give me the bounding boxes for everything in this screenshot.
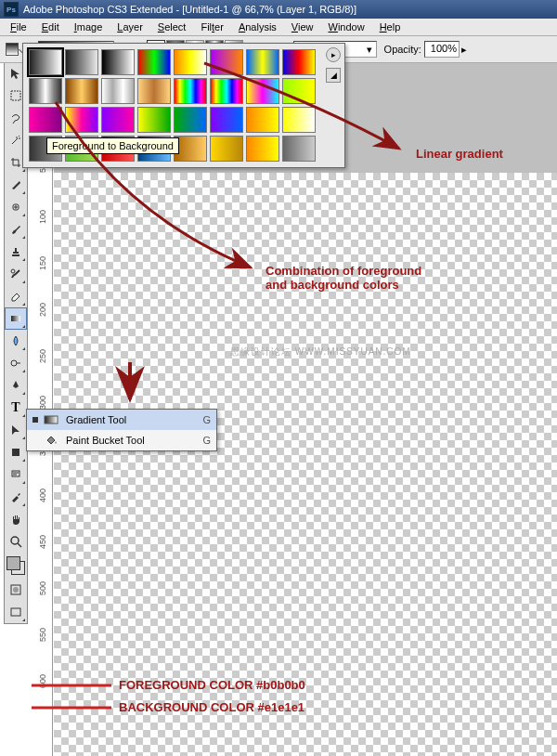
stamp-tool[interactable] bbox=[5, 241, 27, 263]
svg-point-9 bbox=[13, 587, 19, 593]
flyout-shortcut: G bbox=[202, 414, 211, 425]
opacity-arrow-icon[interactable]: ▸ bbox=[461, 44, 467, 56]
flyout-paint-bucket-tool[interactable]: Paint Bucket Tool G bbox=[27, 430, 216, 450]
screenmode-toggle[interactable] bbox=[5, 601, 27, 623]
canvas-transparent-area bbox=[54, 173, 557, 756]
menu-edit[interactable]: Edit bbox=[34, 20, 67, 34]
svg-rect-0 bbox=[11, 91, 20, 100]
ruler-tick: 300 bbox=[38, 396, 47, 410]
gradient-swatch[interactable] bbox=[246, 49, 279, 75]
svg-rect-3 bbox=[11, 316, 20, 321]
watermark: 思缘设计论坛 WWW.MISSYUAN.COM bbox=[230, 345, 411, 358]
gradient-swatch[interactable] bbox=[174, 107, 207, 133]
menu-view[interactable]: View bbox=[284, 20, 321, 34]
gradient-swatch[interactable] bbox=[137, 107, 171, 133]
quickmask-toggle[interactable] bbox=[5, 579, 27, 601]
menu-select[interactable]: Select bbox=[150, 20, 194, 34]
gradient-swatch[interactable] bbox=[282, 78, 316, 104]
pen-tool[interactable] bbox=[5, 374, 27, 397]
menu-window[interactable]: Window bbox=[321, 20, 372, 34]
blur-tool[interactable] bbox=[5, 330, 27, 352]
gradient-swatch[interactable] bbox=[210, 136, 243, 162]
gradient-swatch[interactable] bbox=[101, 78, 135, 104]
svg-point-4 bbox=[11, 360, 17, 366]
gradient-swatch[interactable] bbox=[210, 78, 243, 104]
tool-preset-icon[interactable] bbox=[6, 43, 19, 56]
gradient-swatch[interactable] bbox=[174, 49, 207, 75]
menu-image[interactable]: Image bbox=[67, 20, 110, 34]
gradient-swatch[interactable] bbox=[137, 78, 171, 104]
annotation-bg: BACKGROUND COLOR #e1e1e1 bbox=[119, 700, 304, 714]
gradient-tool-icon bbox=[44, 412, 58, 427]
hand-tool[interactable] bbox=[5, 508, 27, 530]
dodge-tool[interactable] bbox=[5, 352, 27, 374]
menu-file[interactable]: File bbox=[3, 20, 34, 34]
gradient-swatch[interactable] bbox=[246, 78, 279, 104]
ruler-tick: 100 bbox=[38, 210, 47, 224]
gradient-swatch[interactable] bbox=[29, 107, 62, 133]
svg-point-2 bbox=[11, 269, 15, 273]
gradient-swatch[interactable] bbox=[210, 49, 243, 75]
flyout-label: Paint Bucket Tool bbox=[66, 435, 202, 446]
gradient-swatch[interactable] bbox=[65, 49, 98, 75]
menu-bar: File Edit Image Layer Select Filter Anal… bbox=[0, 19, 557, 36]
annotation-combo: Combination of foreground and background… bbox=[266, 264, 421, 292]
title-bar: Ps Adobe Photoshop CS3 Extended - [Untit… bbox=[0, 0, 557, 19]
gradient-swatch[interactable] bbox=[174, 78, 207, 104]
opacity-input[interactable]: 100% bbox=[424, 41, 460, 58]
ruler-tick: 400 bbox=[38, 489, 47, 502]
eraser-tool[interactable] bbox=[5, 285, 27, 307]
gradient-panel-resize-icon[interactable]: ◢ bbox=[326, 68, 341, 83]
gradient-swatch[interactable] bbox=[65, 78, 98, 104]
flyout-gradient-tool[interactable]: Gradient Tool G bbox=[27, 410, 216, 430]
menu-filter[interactable]: Filter bbox=[193, 20, 230, 34]
ruler-tick: 450 bbox=[38, 535, 47, 549]
path-selection-tool[interactable] bbox=[5, 419, 27, 441]
eyedropper-tool[interactable] bbox=[5, 486, 27, 508]
annotation-fg: FOREGROUND COLOR #b0b0b0 bbox=[119, 678, 305, 692]
svg-rect-10 bbox=[11, 608, 20, 616]
notes-tool[interactable] bbox=[5, 463, 27, 486]
foreground-color-swatch[interactable] bbox=[6, 556, 20, 570]
gradient-swatch[interactable] bbox=[137, 49, 171, 75]
chevron-down-icon: ▾ bbox=[367, 44, 372, 56]
gradient-swatch[interactable] bbox=[246, 107, 279, 133]
history-brush-tool[interactable] bbox=[5, 263, 27, 285]
ruler-tick: 250 bbox=[38, 349, 47, 363]
svg-rect-6 bbox=[12, 471, 19, 476]
ruler-tick: 500 bbox=[38, 581, 47, 595]
gradient-swatch[interactable] bbox=[101, 49, 135, 75]
svg-rect-11 bbox=[45, 416, 58, 424]
gradient-tooltip: Foreground to Background bbox=[46, 137, 179, 154]
tool-flyout-menu: Gradient Tool G Paint Bucket Tool G bbox=[26, 409, 217, 451]
flyout-shortcut: G bbox=[202, 435, 211, 446]
gradient-swatch[interactable] bbox=[282, 107, 316, 133]
menu-help[interactable]: Help bbox=[372, 20, 408, 34]
menu-analysis[interactable]: Analysis bbox=[231, 20, 284, 34]
gradient-swatch[interactable] bbox=[210, 107, 243, 133]
paint-bucket-icon bbox=[44, 433, 58, 448]
gradient-swatch[interactable] bbox=[282, 49, 316, 75]
flyout-selected-icon bbox=[32, 417, 38, 423]
shape-tool[interactable] bbox=[5, 441, 27, 463]
window-title: Adobe Photoshop CS3 Extended - [Untitled… bbox=[23, 4, 356, 15]
menu-layer[interactable]: Layer bbox=[110, 20, 150, 34]
ruler-tick: 200 bbox=[38, 303, 47, 317]
gradient-tool[interactable] bbox=[5, 307, 27, 330]
color-swatch bbox=[5, 553, 27, 579]
type-tool[interactable]: T bbox=[5, 397, 27, 419]
gradient-swatch[interactable] bbox=[246, 136, 279, 162]
zoom-tool[interactable] bbox=[5, 530, 27, 553]
gradient-swatch[interactable] bbox=[101, 107, 135, 133]
ruler-tick: 600 bbox=[38, 674, 47, 688]
healing-tool[interactable] bbox=[5, 196, 27, 218]
gradient-swatch[interactable] bbox=[29, 49, 62, 75]
gradient-swatch[interactable] bbox=[29, 78, 62, 104]
gradient-swatch[interactable] bbox=[282, 136, 316, 162]
brush-tool[interactable] bbox=[5, 218, 27, 241]
ruler-tick: 550 bbox=[38, 628, 47, 642]
gradient-panel-menu-icon[interactable]: ▸ bbox=[326, 47, 341, 62]
slice-tool[interactable] bbox=[5, 174, 27, 196]
gradient-swatch[interactable] bbox=[65, 107, 98, 133]
app-logo-icon: Ps bbox=[4, 2, 19, 17]
